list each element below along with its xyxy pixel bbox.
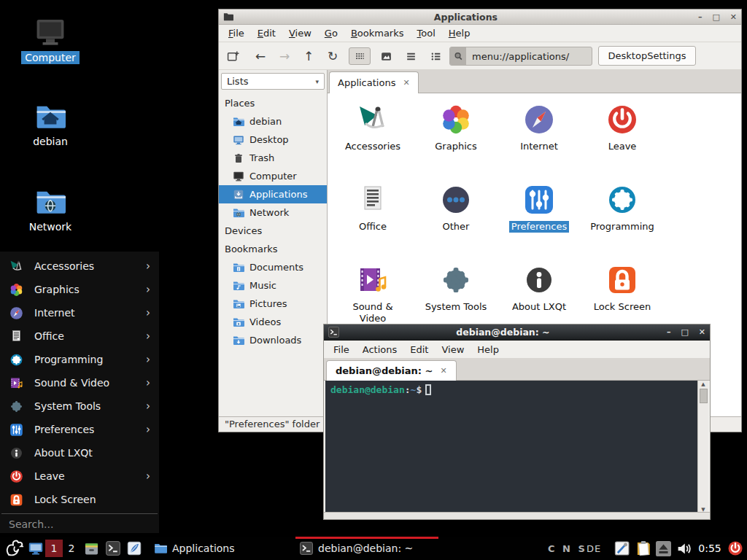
submenu-arrow-icon: › (146, 353, 150, 366)
task-terminal[interactable]: debian@debian: ~ (295, 537, 438, 560)
graphics-icon (9, 282, 24, 298)
menu-item-graphics[interactable]: Graphics › (0, 278, 159, 301)
menu-view[interactable]: View (435, 341, 471, 358)
clock[interactable]: 0:55 (695, 537, 724, 560)
tab-applications[interactable]: Applications ✕ (329, 71, 419, 93)
desktop-icon-network[interactable]: Network (0, 187, 101, 233)
app-item-office[interactable]: Office (331, 182, 414, 262)
sound-video-icon (355, 262, 390, 298)
menu-item-sound-video[interactable]: Sound & Video › (0, 371, 159, 394)
sidebar-item-videos[interactable]: Videos (219, 313, 327, 331)
desktop-settings-button[interactable]: DesktopSettings (598, 46, 696, 66)
menu-edit[interactable]: Edit (251, 25, 282, 42)
app-item-accessories[interactable]: Accessories (331, 102, 414, 182)
app-item-programming[interactable]: Programming (581, 182, 664, 262)
terminal-scrollbar[interactable]: ▲ ▼ (697, 381, 708, 513)
app-item-leave[interactable]: Leave (581, 102, 664, 182)
menu-item-office[interactable]: Office › (0, 324, 159, 348)
keyboard-indicator[interactable]: C N S (548, 537, 587, 560)
close-button[interactable]: ✕ (730, 9, 737, 25)
scrollbar-thumb[interactable] (700, 389, 708, 403)
thumbnail-view-button[interactable] (376, 47, 395, 65)
up-button[interactable]: ↑ (299, 47, 318, 65)
back-button[interactable]: ← (251, 47, 270, 65)
terminal-output[interactable]: debian@debian:~$ (325, 381, 697, 513)
file-manager-titlebar[interactable]: Applications – □ ✕ (219, 9, 741, 25)
maximize-button[interactable]: □ (712, 9, 719, 25)
desktop-icon-debian[interactable]: debian (0, 101, 101, 148)
terminal-tab[interactable]: debian@debian: ~ ✕ (326, 360, 457, 381)
sidebar-item-applications[interactable]: Applications (219, 185, 327, 203)
close-button[interactable]: ✕ (699, 324, 705, 340)
tray-screenshot[interactable] (614, 540, 630, 556)
detailed-view-button[interactable] (426, 47, 445, 65)
show-desktop-button[interactable] (28, 540, 44, 556)
menu-item-system-tools[interactable]: System Tools › (0, 394, 159, 418)
about-icon (9, 446, 24, 461)
reload-button[interactable]: ↻ (323, 47, 342, 65)
desktop-icon-computer[interactable]: Computer (0, 16, 101, 64)
terminal-window-frame (324, 512, 710, 519)
menu-bookmarks[interactable]: Bookmarks (344, 25, 411, 42)
compact-view-button[interactable] (401, 47, 420, 65)
menu-help[interactable]: Help (471, 341, 506, 358)
tray-clipboard[interactable] (635, 540, 652, 557)
power-button[interactable] (727, 540, 744, 557)
main-menu-button[interactable] (4, 538, 24, 559)
close-tab-icon[interactable]: ✕ (403, 78, 409, 88)
scroll-up-icon[interactable]: ▲ (701, 381, 705, 387)
quicklaunch-terminal[interactable] (106, 541, 120, 556)
quicklaunch-featherpad[interactable] (127, 541, 142, 556)
icon-view-button[interactable] (349, 47, 371, 65)
menu-item-leave[interactable]: Leave › (0, 464, 159, 488)
app-item-internet[interactable]: Internet (498, 102, 581, 182)
workspace-1-button[interactable]: 1 (45, 540, 63, 557)
sidebar-item-pictures[interactable]: Pictures (219, 295, 327, 313)
menu-item-preferences[interactable]: Preferences › (0, 418, 159, 441)
sidebar-item-network[interactable]: Network (219, 203, 327, 222)
desktop-icon (28, 540, 44, 556)
app-item-preferences[interactable]: Preferences (498, 182, 581, 262)
menu-item-internet[interactable]: Internet › (0, 301, 159, 324)
menu-item-programming[interactable]: Programming › (0, 348, 159, 371)
menu-help[interactable]: Help (442, 25, 477, 42)
grid-view-icon (354, 50, 366, 63)
keyboard-layout[interactable]: DE (587, 537, 601, 560)
menu-go[interactable]: Go (318, 25, 344, 42)
search-icon (450, 47, 466, 65)
task-applications[interactable]: Applications (150, 537, 293, 560)
terminal-titlebar[interactable]: debian@debian: ~ – □ ✕ (324, 324, 710, 341)
menu-file[interactable]: File (327, 341, 356, 358)
app-item-graphics[interactable]: Graphics (414, 102, 498, 182)
menu-item-accessories[interactable]: Accessories › (0, 254, 159, 278)
app-item-other[interactable]: Other (414, 182, 498, 262)
sidebar-item-documents[interactable]: Documents (219, 258, 327, 276)
menu-view[interactable]: View (282, 25, 318, 42)
workspace-2-button[interactable]: 2 (65, 540, 78, 557)
search-input[interactable] (0, 514, 159, 534)
menu-edit[interactable]: Edit (403, 341, 435, 358)
menu-item-lock-screen[interactable]: Lock Screen (0, 488, 159, 511)
forward-button[interactable]: → (275, 47, 294, 65)
minimize-button[interactable]: – (667, 324, 671, 340)
sidebar-item-debian[interactable]: debian (219, 112, 327, 131)
menu-actions[interactable]: Actions (356, 341, 404, 358)
sidebar-item-music[interactable]: Music (219, 276, 327, 295)
close-tab-icon[interactable]: ✕ (440, 366, 446, 376)
new-tab-icon (227, 50, 239, 63)
menu-item-about-lxqt[interactable]: About LXQt (0, 441, 159, 464)
sidebar-mode-combo[interactable]: Lists ▾ (221, 73, 325, 90)
menu-file[interactable]: File (222, 25, 251, 42)
menu-tool[interactable]: Tool (411, 25, 442, 42)
minimize-button[interactable]: – (698, 9, 703, 25)
sidebar-item-computer[interactable]: Computer (219, 167, 327, 185)
sidebar-item-trash[interactable]: Trash (219, 149, 327, 167)
sidebar-item-downloads[interactable]: Downloads (219, 331, 327, 349)
sidebar-item-desktop[interactable]: Desktop (219, 131, 327, 149)
tray-volume[interactable] (676, 541, 692, 556)
quicklaunch-file-manager[interactable] (84, 541, 99, 556)
address-bar[interactable]: menu://applications/ (449, 47, 592, 66)
tray-eject[interactable] (656, 541, 671, 556)
new-tab-button[interactable] (223, 47, 242, 65)
maximize-button[interactable]: □ (681, 324, 688, 340)
